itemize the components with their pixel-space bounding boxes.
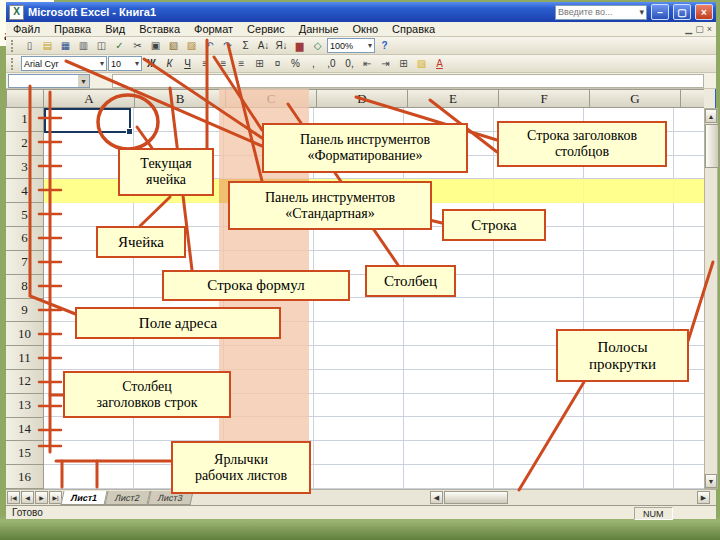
decrease-indent-icon[interactable]: ⇤: [359, 56, 376, 71]
scroll-right-icon[interactable]: ▶: [697, 491, 710, 504]
row-header-12[interactable]: 12: [6, 370, 43, 394]
row-header-8[interactable]: 8: [6, 275, 43, 299]
row-header-4[interactable]: 4: [6, 179, 43, 203]
sort-descending-icon[interactable]: Я↓: [273, 38, 290, 53]
scroll-left-icon[interactable]: ◀: [430, 491, 443, 504]
sheet-nav-button-2[interactable]: ▶: [35, 491, 48, 504]
align-right-icon[interactable]: ≡: [233, 56, 250, 71]
row-header-16[interactable]: 16: [6, 465, 43, 489]
currency-icon[interactable]: ¤: [269, 56, 286, 71]
row-header-3[interactable]: 3: [6, 156, 43, 180]
column-header-D[interactable]: D: [317, 90, 408, 107]
workbook-window-button-1[interactable]: ▢: [695, 24, 704, 34]
column-header-F[interactable]: F: [499, 90, 590, 107]
scroll-up-icon[interactable]: ▲: [705, 109, 717, 123]
font-name-dropdown[interactable]: Arial Cyr ▾: [21, 56, 107, 71]
spelling-icon[interactable]: ✓: [111, 38, 128, 53]
percent-icon[interactable]: %: [287, 56, 304, 71]
row-header-11[interactable]: 11: [6, 346, 43, 370]
menu-item-Вид[interactable]: Вид: [98, 23, 132, 35]
column-header-B[interactable]: B: [135, 90, 226, 107]
scroll-down-icon[interactable]: ▼: [705, 474, 717, 488]
format-painter-icon[interactable]: ▨: [183, 38, 200, 53]
comma-icon[interactable]: ,: [305, 56, 322, 71]
column-header-G[interactable]: G: [590, 90, 681, 107]
borders-icon[interactable]: ⊞: [395, 56, 412, 71]
increase-indent-icon[interactable]: ⇥: [377, 56, 394, 71]
menu-item-Формат[interactable]: Формат: [187, 23, 240, 35]
align-center-icon[interactable]: ≡: [215, 56, 232, 71]
row-header-9[interactable]: 9: [6, 299, 43, 323]
increase-decimal-icon[interactable]: ,0: [323, 56, 340, 71]
menu-item-Справка[interactable]: Справка: [385, 23, 442, 35]
sort-ascending-icon[interactable]: A↓: [255, 38, 272, 53]
row-header-14[interactable]: 14: [6, 418, 43, 442]
chart-wizard-icon[interactable]: ▆: [291, 38, 308, 53]
name-box[interactable]: ▼: [8, 74, 90, 88]
restore-button[interactable]: ▢: [673, 4, 691, 20]
sheet-nav-button-0[interactable]: |◀: [7, 491, 20, 504]
help-question-box[interactable]: Введите во... ▾: [555, 5, 647, 20]
autosum-icon[interactable]: Σ: [237, 38, 254, 53]
workbook-window-button-0[interactable]: ▁: [685, 24, 692, 34]
horizontal-scroll-thumb[interactable]: [444, 491, 508, 504]
paste-icon[interactable]: ▧: [165, 38, 182, 53]
formula-bar-input[interactable]: [112, 74, 704, 88]
redo-icon[interactable]: ↷: [219, 38, 236, 53]
fill-handle[interactable]: [126, 128, 133, 135]
bold-icon[interactable]: Ж: [143, 56, 160, 71]
row-header-6[interactable]: 6: [6, 227, 43, 251]
close-button[interactable]: ×: [695, 4, 713, 20]
horizontal-scrollbar[interactable]: ◀ ▶: [430, 491, 710, 504]
copy-icon[interactable]: ▣: [147, 38, 164, 53]
menu-item-Файл[interactable]: Файл: [6, 23, 47, 35]
row-header-1[interactable]: 1: [6, 108, 43, 132]
menu-item-Вставка[interactable]: Вставка: [132, 23, 187, 35]
drawing-icon[interactable]: ◇: [309, 38, 326, 53]
save-icon[interactable]: ▦: [57, 38, 74, 53]
title-bar: X Microsoft Excel - Книга1 Введите во...…: [6, 2, 716, 22]
column-header-A[interactable]: A: [44, 90, 135, 107]
help-icon[interactable]: ?: [376, 38, 393, 53]
active-cell-selection[interactable]: [44, 108, 131, 133]
undo-icon[interactable]: ↶: [201, 38, 218, 53]
row-header-5[interactable]: 5: [6, 203, 43, 227]
font-color-icon[interactable]: А: [431, 56, 448, 71]
sheet-tab-Лист1[interactable]: Лист1: [61, 491, 108, 505]
toolbar-grip[interactable]: [11, 58, 17, 70]
menu-item-Сервис[interactable]: Сервис: [240, 23, 292, 35]
menu-item-Окно[interactable]: Окно: [346, 23, 386, 35]
zoom-dropdown[interactable]: 100% ▾: [327, 38, 375, 53]
vertical-scrollbar[interactable]: ▲ ▼: [704, 108, 718, 489]
vertical-scroll-thumb[interactable]: [705, 124, 719, 168]
row-header-2[interactable]: 2: [6, 132, 43, 156]
minimize-button[interactable]: –: [651, 4, 669, 20]
row-headers-column: 12345678910111213141516: [6, 108, 44, 489]
column-header-E[interactable]: E: [408, 90, 499, 107]
menu-item-Правка[interactable]: Правка: [47, 23, 98, 35]
sheet-nav-button-1[interactable]: ◀: [21, 491, 34, 504]
italic-icon[interactable]: К: [161, 56, 178, 71]
row-header-10[interactable]: 10: [6, 322, 43, 346]
menu-item-Данные[interactable]: Данные: [292, 23, 346, 35]
toolbar-grip[interactable]: [11, 40, 17, 52]
print-preview-icon[interactable]: ◫: [93, 38, 110, 53]
chevron-down-icon: ▼: [78, 75, 89, 87]
underline-icon[interactable]: Ч: [179, 56, 196, 71]
row-header-15[interactable]: 15: [6, 441, 43, 465]
row-header-7[interactable]: 7: [6, 251, 43, 275]
workbook-window-controls[interactable]: ▁▢×: [685, 24, 716, 34]
row-header-13[interactable]: 13: [6, 394, 43, 418]
sheet-tab-Лист2[interactable]: Лист2: [105, 491, 151, 505]
font-size-dropdown[interactable]: 10 ▾: [108, 56, 142, 71]
open-icon[interactable]: ▤: [39, 38, 56, 53]
decrease-decimal-icon[interactable]: 0,: [341, 56, 358, 71]
align-left-icon[interactable]: ≡: [197, 56, 214, 71]
print-icon[interactable]: ▥: [75, 38, 92, 53]
cut-icon[interactable]: ✂: [129, 38, 146, 53]
new-icon[interactable]: ▯: [21, 38, 38, 53]
select-all-corner[interactable]: [6, 89, 44, 108]
fill-color-icon[interactable]: ▨: [413, 56, 430, 71]
workbook-window-button-2[interactable]: ×: [707, 24, 712, 34]
merge-center-icon[interactable]: ⊞: [251, 56, 268, 71]
